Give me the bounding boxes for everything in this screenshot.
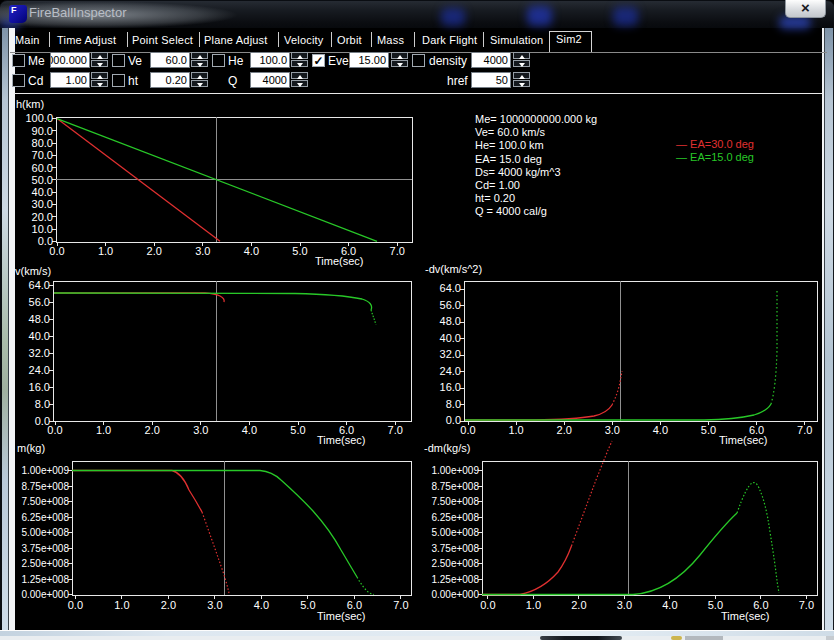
svg-text:32.0: 32.0 [440, 348, 461, 360]
svg-text:40.0: 40.0 [440, 332, 461, 344]
svg-text:16.0: 16.0 [440, 381, 461, 393]
svg-text:40.0: 40.0 [32, 186, 53, 198]
svg-text:1.0: 1.0 [526, 599, 541, 611]
svg-text:7.0: 7.0 [388, 424, 403, 436]
svg-text:10.0: 10.0 [32, 223, 53, 235]
svg-text:32.0: 32.0 [29, 347, 50, 359]
svg-text:48.0: 48.0 [29, 313, 50, 325]
svg-text:8.75e+008: 8.75e+008 [431, 481, 479, 492]
svg-text:5.00e+008: 5.00e+008 [21, 527, 69, 538]
svg-text:8.75e+008: 8.75e+008 [21, 481, 69, 492]
svg-text:5.0: 5.0 [300, 599, 315, 611]
svg-text:4.0: 4.0 [242, 424, 257, 436]
svg-text:3.0: 3.0 [207, 599, 222, 611]
svg-text:1.0: 1.0 [96, 424, 111, 436]
svg-text:7.0: 7.0 [390, 245, 405, 257]
svg-text:Time(sec): Time(sec) [317, 610, 365, 622]
svg-text:-dm(kg/s): -dm(kg/s) [424, 442, 470, 454]
svg-text:4.0: 4.0 [254, 599, 269, 611]
svg-text:50.0: 50.0 [32, 174, 53, 186]
svg-text:5.0: 5.0 [292, 245, 307, 257]
svg-text:64.0: 64.0 [29, 279, 50, 291]
svg-text:60.0: 60.0 [32, 162, 53, 174]
svg-text:2.0: 2.0 [145, 424, 160, 436]
svg-text:0.0: 0.0 [47, 424, 62, 436]
svg-text:0.00e+000: 0.00e+000 [21, 589, 69, 600]
svg-text:24.0: 24.0 [440, 365, 461, 377]
svg-text:4.0: 4.0 [653, 424, 668, 436]
svg-text:100.0: 100.0 [25, 112, 53, 124]
svg-text:3.0: 3.0 [193, 424, 208, 436]
svg-text:0.0: 0.0 [49, 245, 64, 257]
svg-text:1.0: 1.0 [508, 424, 523, 436]
svg-text:6.25e+008: 6.25e+008 [431, 512, 479, 523]
svg-text:1.25e+008: 1.25e+008 [431, 574, 479, 585]
svg-text:4.0: 4.0 [244, 245, 259, 257]
svg-text:2.50e+008: 2.50e+008 [431, 558, 479, 569]
svg-text:7.50e+008: 7.50e+008 [431, 496, 479, 507]
svg-text:2.0: 2.0 [571, 599, 586, 611]
svg-text:m(kg): m(kg) [17, 442, 45, 454]
svg-text:5.0: 5.0 [290, 424, 305, 436]
svg-text:56.0: 56.0 [440, 299, 461, 311]
svg-text:0.00e+000: 0.00e+000 [431, 589, 479, 600]
svg-text:1.0: 1.0 [98, 245, 113, 257]
svg-text:80.0: 80.0 [32, 137, 53, 149]
svg-text:2.0: 2.0 [147, 245, 162, 257]
svg-text:v(km/s): v(km/s) [15, 265, 51, 277]
svg-text:30.0: 30.0 [32, 198, 53, 210]
svg-text:48.0: 48.0 [440, 315, 461, 327]
svg-text:3.0: 3.0 [617, 599, 632, 611]
svg-text:56.0: 56.0 [29, 296, 50, 308]
svg-text:Time(sec): Time(sec) [721, 610, 769, 622]
svg-text:1.00e+009: 1.00e+009 [431, 465, 479, 476]
svg-text:1.00e+009: 1.00e+009 [21, 465, 69, 476]
svg-text:2.50e+008: 2.50e+008 [21, 558, 69, 569]
svg-text:3.75e+008: 3.75e+008 [21, 543, 69, 554]
svg-text:7.0: 7.0 [799, 599, 814, 611]
svg-text:6.25e+008: 6.25e+008 [21, 512, 69, 523]
svg-text:7.0: 7.0 [393, 599, 408, 611]
svg-text:0.0: 0.0 [480, 599, 495, 611]
svg-text:64.0: 64.0 [440, 282, 461, 294]
svg-text:70.0: 70.0 [32, 149, 53, 161]
svg-text:16.0: 16.0 [29, 381, 50, 393]
svg-text:90.0: 90.0 [32, 125, 53, 137]
svg-text:1.0: 1.0 [114, 599, 129, 611]
svg-text:0.0: 0.0 [460, 424, 475, 436]
svg-text:40.0: 40.0 [29, 330, 50, 342]
svg-text:20.0: 20.0 [32, 211, 53, 223]
svg-text:5.00e+008: 5.00e+008 [431, 527, 479, 538]
svg-text:-dv(km/s^2): -dv(km/s^2) [425, 263, 482, 275]
svg-text:0.0: 0.0 [446, 414, 461, 426]
svg-text:2.0: 2.0 [161, 599, 176, 611]
svg-text:3.0: 3.0 [195, 245, 210, 257]
svg-text:5.0: 5.0 [701, 424, 716, 436]
svg-text:4.0: 4.0 [662, 599, 677, 611]
svg-text:h(km): h(km) [16, 98, 44, 110]
svg-text:8.0: 8.0 [35, 398, 50, 410]
svg-text:24.0: 24.0 [29, 364, 50, 376]
svg-text:1.25e+008: 1.25e+008 [21, 574, 69, 585]
svg-text:3.75e+008: 3.75e+008 [431, 543, 479, 554]
svg-text:3.0: 3.0 [605, 424, 620, 436]
svg-text:7.50e+008: 7.50e+008 [21, 496, 69, 507]
svg-text:7.0: 7.0 [797, 424, 812, 436]
svg-text:0.0: 0.0 [68, 599, 83, 611]
svg-text:2.0: 2.0 [557, 424, 572, 436]
svg-text:8.0: 8.0 [446, 398, 461, 410]
